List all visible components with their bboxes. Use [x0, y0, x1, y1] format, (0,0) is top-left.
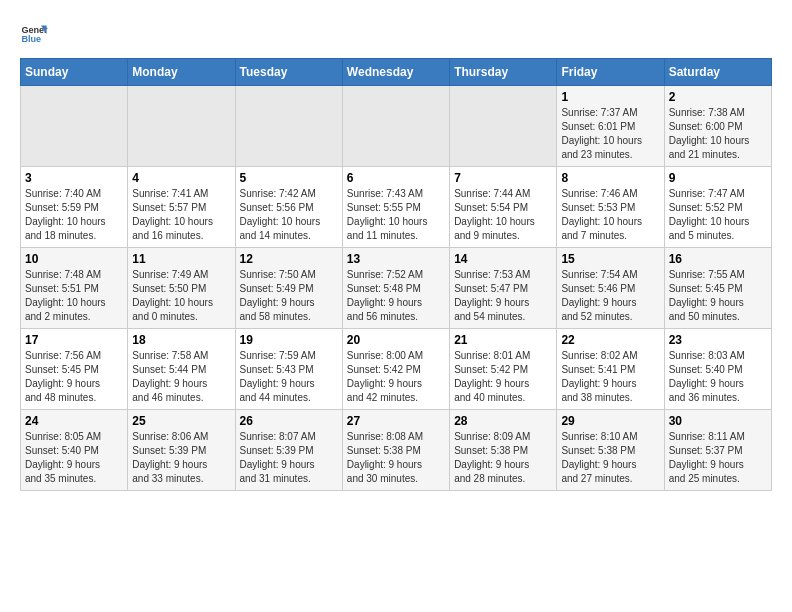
- day-cell: 4Sunrise: 7:41 AM Sunset: 5:57 PM Daylig…: [128, 167, 235, 248]
- day-number: 20: [347, 333, 445, 347]
- week-row-5: 24Sunrise: 8:05 AM Sunset: 5:40 PM Dayli…: [21, 410, 772, 491]
- day-number: 5: [240, 171, 338, 185]
- day-cell: 5Sunrise: 7:42 AM Sunset: 5:56 PM Daylig…: [235, 167, 342, 248]
- day-cell: [128, 86, 235, 167]
- day-number: 19: [240, 333, 338, 347]
- day-number: 26: [240, 414, 338, 428]
- day-number: 1: [561, 90, 659, 104]
- day-info: Sunrise: 8:05 AM Sunset: 5:40 PM Dayligh…: [25, 430, 123, 486]
- day-number: 10: [25, 252, 123, 266]
- day-number: 18: [132, 333, 230, 347]
- header-sunday: Sunday: [21, 59, 128, 86]
- day-cell: 12Sunrise: 7:50 AM Sunset: 5:49 PM Dayli…: [235, 248, 342, 329]
- day-cell: 23Sunrise: 8:03 AM Sunset: 5:40 PM Dayli…: [664, 329, 771, 410]
- day-number: 8: [561, 171, 659, 185]
- day-info: Sunrise: 7:37 AM Sunset: 6:01 PM Dayligh…: [561, 106, 659, 162]
- day-info: Sunrise: 7:49 AM Sunset: 5:50 PM Dayligh…: [132, 268, 230, 324]
- day-info: Sunrise: 8:10 AM Sunset: 5:38 PM Dayligh…: [561, 430, 659, 486]
- day-cell: 27Sunrise: 8:08 AM Sunset: 5:38 PM Dayli…: [342, 410, 449, 491]
- day-cell: 20Sunrise: 8:00 AM Sunset: 5:42 PM Dayli…: [342, 329, 449, 410]
- day-info: Sunrise: 7:59 AM Sunset: 5:43 PM Dayligh…: [240, 349, 338, 405]
- day-info: Sunrise: 7:41 AM Sunset: 5:57 PM Dayligh…: [132, 187, 230, 243]
- day-info: Sunrise: 7:42 AM Sunset: 5:56 PM Dayligh…: [240, 187, 338, 243]
- day-number: 28: [454, 414, 552, 428]
- day-number: 12: [240, 252, 338, 266]
- day-cell: 17Sunrise: 7:56 AM Sunset: 5:45 PM Dayli…: [21, 329, 128, 410]
- week-row-2: 3Sunrise: 7:40 AM Sunset: 5:59 PM Daylig…: [21, 167, 772, 248]
- day-number: 6: [347, 171, 445, 185]
- day-info: Sunrise: 7:40 AM Sunset: 5:59 PM Dayligh…: [25, 187, 123, 243]
- day-number: 7: [454, 171, 552, 185]
- day-info: Sunrise: 7:38 AM Sunset: 6:00 PM Dayligh…: [669, 106, 767, 162]
- day-cell: 11Sunrise: 7:49 AM Sunset: 5:50 PM Dayli…: [128, 248, 235, 329]
- day-info: Sunrise: 7:52 AM Sunset: 5:48 PM Dayligh…: [347, 268, 445, 324]
- day-info: Sunrise: 8:08 AM Sunset: 5:38 PM Dayligh…: [347, 430, 445, 486]
- day-info: Sunrise: 8:01 AM Sunset: 5:42 PM Dayligh…: [454, 349, 552, 405]
- day-info: Sunrise: 7:48 AM Sunset: 5:51 PM Dayligh…: [25, 268, 123, 324]
- logo-icon: General Blue: [20, 20, 48, 48]
- day-cell: 10Sunrise: 7:48 AM Sunset: 5:51 PM Dayli…: [21, 248, 128, 329]
- day-number: 9: [669, 171, 767, 185]
- day-cell: 28Sunrise: 8:09 AM Sunset: 5:38 PM Dayli…: [450, 410, 557, 491]
- day-info: Sunrise: 8:11 AM Sunset: 5:37 PM Dayligh…: [669, 430, 767, 486]
- svg-text:Blue: Blue: [21, 34, 41, 44]
- day-info: Sunrise: 7:55 AM Sunset: 5:45 PM Dayligh…: [669, 268, 767, 324]
- day-info: Sunrise: 7:56 AM Sunset: 5:45 PM Dayligh…: [25, 349, 123, 405]
- day-number: 25: [132, 414, 230, 428]
- day-info: Sunrise: 7:44 AM Sunset: 5:54 PM Dayligh…: [454, 187, 552, 243]
- day-info: Sunrise: 7:47 AM Sunset: 5:52 PM Dayligh…: [669, 187, 767, 243]
- day-info: Sunrise: 8:03 AM Sunset: 5:40 PM Dayligh…: [669, 349, 767, 405]
- calendar-body: 1Sunrise: 7:37 AM Sunset: 6:01 PM Daylig…: [21, 86, 772, 491]
- day-cell: 2Sunrise: 7:38 AM Sunset: 6:00 PM Daylig…: [664, 86, 771, 167]
- day-cell: [235, 86, 342, 167]
- day-number: 11: [132, 252, 230, 266]
- day-number: 22: [561, 333, 659, 347]
- day-info: Sunrise: 8:07 AM Sunset: 5:39 PM Dayligh…: [240, 430, 338, 486]
- header-row: SundayMondayTuesdayWednesdayThursdayFrid…: [21, 59, 772, 86]
- calendar-header: SundayMondayTuesdayWednesdayThursdayFrid…: [21, 59, 772, 86]
- day-number: 23: [669, 333, 767, 347]
- day-cell: 29Sunrise: 8:10 AM Sunset: 5:38 PM Dayli…: [557, 410, 664, 491]
- week-row-1: 1Sunrise: 7:37 AM Sunset: 6:01 PM Daylig…: [21, 86, 772, 167]
- page-header: General Blue: [20, 20, 772, 48]
- day-number: 14: [454, 252, 552, 266]
- day-number: 21: [454, 333, 552, 347]
- day-cell: 1Sunrise: 7:37 AM Sunset: 6:01 PM Daylig…: [557, 86, 664, 167]
- header-thursday: Thursday: [450, 59, 557, 86]
- day-number: 24: [25, 414, 123, 428]
- day-number: 4: [132, 171, 230, 185]
- day-cell: 14Sunrise: 7:53 AM Sunset: 5:47 PM Dayli…: [450, 248, 557, 329]
- day-cell: 3Sunrise: 7:40 AM Sunset: 5:59 PM Daylig…: [21, 167, 128, 248]
- day-info: Sunrise: 7:46 AM Sunset: 5:53 PM Dayligh…: [561, 187, 659, 243]
- header-tuesday: Tuesday: [235, 59, 342, 86]
- day-number: 3: [25, 171, 123, 185]
- header-friday: Friday: [557, 59, 664, 86]
- header-wednesday: Wednesday: [342, 59, 449, 86]
- day-number: 16: [669, 252, 767, 266]
- day-cell: 25Sunrise: 8:06 AM Sunset: 5:39 PM Dayli…: [128, 410, 235, 491]
- day-cell: 22Sunrise: 8:02 AM Sunset: 5:41 PM Dayli…: [557, 329, 664, 410]
- day-cell: 21Sunrise: 8:01 AM Sunset: 5:42 PM Dayli…: [450, 329, 557, 410]
- day-info: Sunrise: 7:58 AM Sunset: 5:44 PM Dayligh…: [132, 349, 230, 405]
- week-row-4: 17Sunrise: 7:56 AM Sunset: 5:45 PM Dayli…: [21, 329, 772, 410]
- day-number: 17: [25, 333, 123, 347]
- day-cell: 9Sunrise: 7:47 AM Sunset: 5:52 PM Daylig…: [664, 167, 771, 248]
- day-info: Sunrise: 8:00 AM Sunset: 5:42 PM Dayligh…: [347, 349, 445, 405]
- day-number: 30: [669, 414, 767, 428]
- day-cell: 6Sunrise: 7:43 AM Sunset: 5:55 PM Daylig…: [342, 167, 449, 248]
- day-number: 15: [561, 252, 659, 266]
- day-cell: 16Sunrise: 7:55 AM Sunset: 5:45 PM Dayli…: [664, 248, 771, 329]
- day-cell: [21, 86, 128, 167]
- day-info: Sunrise: 8:02 AM Sunset: 5:41 PM Dayligh…: [561, 349, 659, 405]
- header-saturday: Saturday: [664, 59, 771, 86]
- day-cell: [450, 86, 557, 167]
- day-info: Sunrise: 7:54 AM Sunset: 5:46 PM Dayligh…: [561, 268, 659, 324]
- day-cell: 26Sunrise: 8:07 AM Sunset: 5:39 PM Dayli…: [235, 410, 342, 491]
- day-number: 13: [347, 252, 445, 266]
- day-number: 29: [561, 414, 659, 428]
- logo: General Blue: [20, 20, 52, 48]
- day-cell: 18Sunrise: 7:58 AM Sunset: 5:44 PM Dayli…: [128, 329, 235, 410]
- day-cell: 24Sunrise: 8:05 AM Sunset: 5:40 PM Dayli…: [21, 410, 128, 491]
- day-cell: 7Sunrise: 7:44 AM Sunset: 5:54 PM Daylig…: [450, 167, 557, 248]
- day-cell: 8Sunrise: 7:46 AM Sunset: 5:53 PM Daylig…: [557, 167, 664, 248]
